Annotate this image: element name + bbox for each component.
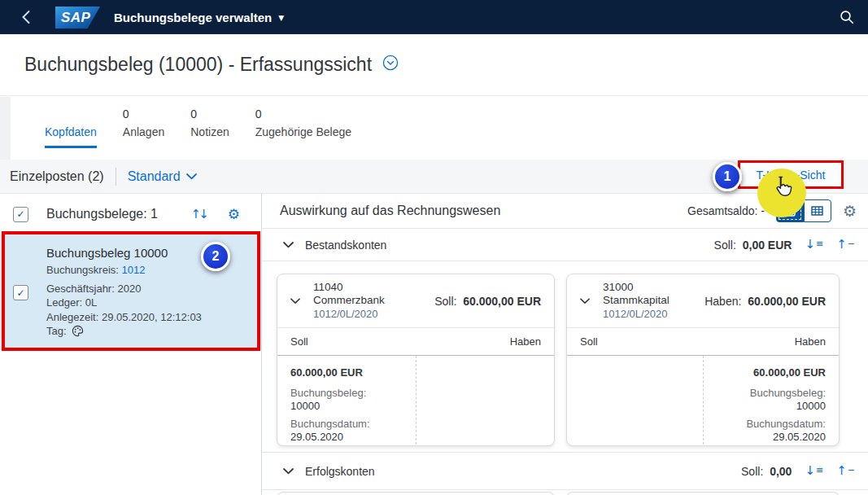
tab-label: Kopfdaten xyxy=(45,125,97,148)
tab-anlagen[interactable]: 0 Anlagen xyxy=(123,107,164,148)
account-number: 31000 xyxy=(603,281,670,295)
view-selector-label: Standard xyxy=(128,169,181,184)
accounting-panel: Auswirkung auf das Rechnungswesen Gesamt… xyxy=(262,194,868,495)
tab-label: Anlagen xyxy=(123,125,164,148)
chevron-down-icon[interactable] xyxy=(290,298,300,304)
chevron-down-icon xyxy=(283,468,294,475)
collapse-all-icon[interactable]: ↑− xyxy=(836,465,855,477)
collapse-all-icon[interactable]: ↑− xyxy=(836,239,855,251)
sort-icon[interactable]: ↑↓ xyxy=(191,207,207,221)
back-icon[interactable] xyxy=(20,10,33,28)
page-title-text: Buchungsbeleg (10000) - Erfassungssicht xyxy=(24,54,372,76)
credit-column-header: Haben xyxy=(795,335,826,348)
chevron-down-icon[interactable] xyxy=(580,298,590,304)
tab-strip-gutter xyxy=(0,97,11,160)
t-account-header: 31000 Stammkapital 1012/0L/2020 Haben: 6… xyxy=(567,274,839,328)
debit-entry: 60.000,00 EUR Buchungsbeleg: 10000 Buchu… xyxy=(277,366,416,445)
t-account-divider xyxy=(416,356,417,445)
t-account-card-partial xyxy=(566,492,840,495)
annotation-number: 2 xyxy=(212,249,220,264)
view-selector[interactable]: Standard xyxy=(128,169,197,184)
tab-notizen[interactable]: 0 Notizen xyxy=(190,107,229,148)
sap-logo: SAP xyxy=(55,7,100,28)
annotation-step-1: 1 xyxy=(713,162,742,191)
tab-count: 0 xyxy=(190,107,229,125)
sap-logo-text: SAP xyxy=(61,10,90,26)
page-title: Buchungsbeleg (10000) - Erfassungssicht xyxy=(24,54,399,76)
debit-column-header: Soll xyxy=(580,335,598,348)
entry-date-label: Buchungsdatum: xyxy=(716,418,826,431)
annotation-step-2: 2 xyxy=(201,242,230,271)
entry-amount: 60.000,00 EUR xyxy=(716,366,826,380)
t-account-card-stammkapital: 31000 Stammkapital 1012/0L/2020 Haben: 6… xyxy=(566,274,840,446)
t-account-body: 60.000,00 EUR Buchungsbeleg: 10000 Buchu… xyxy=(567,356,839,445)
accounting-panel-title: Auswirkung auf das Rechnungswesen xyxy=(280,204,500,218)
balance-label: Soll: xyxy=(741,465,763,478)
list-header: ✓ Buchungsbelege: 1 ↑↓ ⚙ xyxy=(0,194,261,235)
section-title: Erfolgskonten xyxy=(305,465,375,478)
t-account-header: 11040 Commerzbank 1012/0L/2020 Soll: 60.… xyxy=(277,274,554,328)
entry-date-value: 29.05.2020 xyxy=(716,431,826,445)
app-title-text: Buchungsbelege verwalten xyxy=(114,11,272,24)
shell-bar: SAP Buchungsbelege verwalten ▼ xyxy=(0,0,868,34)
tab-count: 0 xyxy=(123,107,164,125)
balance-value: 0,00 EUR xyxy=(743,239,792,252)
list-header-title: Buchungsbelege: 1 xyxy=(46,207,158,221)
balance-label: Soll: xyxy=(434,295,456,308)
table-view-toggle[interactable] xyxy=(804,199,831,222)
t-account-body: 60.000,00 EUR Buchungsbeleg: 10000 Buchu… xyxy=(277,356,554,445)
t-account-columns: Soll Haben xyxy=(567,328,839,356)
toolbar-divider xyxy=(116,168,116,186)
items-count-label: Einzelposten (2) xyxy=(10,169,104,184)
t-account-card-partial xyxy=(277,492,555,495)
t-account-columns: Soll Haben xyxy=(277,328,554,356)
account-balance: Haben: 60.000,00 EUR xyxy=(704,295,826,308)
account-context: 1012/0L/2020 xyxy=(313,308,385,322)
balance-value: 60.000,00 EUR xyxy=(748,295,826,308)
tab-label: Zugehörige Belege xyxy=(255,125,351,148)
app-window: SAP Buchungsbelege verwalten ▼ Buchungsb… xyxy=(0,0,868,495)
tab-strip: Kopfdaten 0 Anlagen 0 Notizen 0 Zugehöri… xyxy=(0,96,868,160)
debit-column-header: Soll xyxy=(290,335,308,348)
tab-count xyxy=(45,107,97,125)
section-title: Bestandskonten xyxy=(305,239,386,252)
page-header: Buchungsbeleg (10000) - Erfassungssicht xyxy=(0,34,868,96)
tab-label: Notizen xyxy=(190,125,229,148)
section-erfolgskonten[interactable]: Erfolgskonten Soll: 0,00 ↓≡ ↑− xyxy=(262,452,868,490)
section-balance: Soll: 0,00 EUR xyxy=(714,239,792,252)
panel-settings-gear-icon[interactable]: ⚙ xyxy=(843,202,857,220)
tab-zugehoerige-belege[interactable]: 0 Zugehörige Belege xyxy=(255,107,351,148)
total-balance: Gesamtsaldo: - xyxy=(687,204,765,217)
select-all-checkbox[interactable]: ✓ xyxy=(13,207,28,222)
expand-all-icon[interactable]: ↓≡ xyxy=(805,465,823,477)
entry-date-value: 29.05.2020 xyxy=(290,431,403,445)
entry-doc-value: 10000 xyxy=(716,400,826,414)
entry-doc-label: Buchungsbeleg: xyxy=(716,387,826,401)
search-icon[interactable] xyxy=(839,9,855,28)
account-context: 1012/0L/2020 xyxy=(603,308,670,322)
section-balance: Soll: 0,00 xyxy=(741,465,792,478)
section-bestandskonten[interactable]: Bestandskonten Soll: 0,00 EUR ↓≡ ↑− xyxy=(262,229,868,261)
account-name: Stammkapital xyxy=(603,294,670,308)
tab-kopfdaten[interactable]: Kopfdaten xyxy=(45,107,97,148)
header-expand-icon[interactable] xyxy=(382,54,399,76)
entry-doc-label: Buchungsbeleg: xyxy=(290,387,403,401)
chevron-down-icon xyxy=(283,242,294,248)
list-settings-gear-icon[interactable]: ⚙ xyxy=(228,206,240,222)
total-balance-label: Gesamtsaldo: xyxy=(687,204,757,217)
entry-doc-value: 10000 xyxy=(290,400,403,414)
entry-amount: 60.000,00 EUR xyxy=(290,366,403,380)
entry-date-label: Buchungsdatum: xyxy=(290,418,403,431)
app-title-menu[interactable]: Buchungsbelege verwalten ▼ xyxy=(114,0,284,34)
account-balance: Soll: 60.000,00 EUR xyxy=(434,295,541,308)
annotation-number: 1 xyxy=(724,169,731,184)
grid-icon xyxy=(811,206,823,216)
hand-cursor-icon xyxy=(770,175,793,203)
balance-value: 0,00 xyxy=(770,465,792,478)
t-account-card-commerzbank: 11040 Commerzbank 1012/0L/2020 Soll: 60.… xyxy=(277,274,555,446)
account-name: Commerzbank xyxy=(313,294,385,308)
expand-all-icon[interactable]: ↓≡ xyxy=(805,239,823,251)
chevron-down-icon xyxy=(186,173,197,180)
balance-label: Haben: xyxy=(704,295,741,308)
credit-column-header: Haben xyxy=(510,335,541,348)
